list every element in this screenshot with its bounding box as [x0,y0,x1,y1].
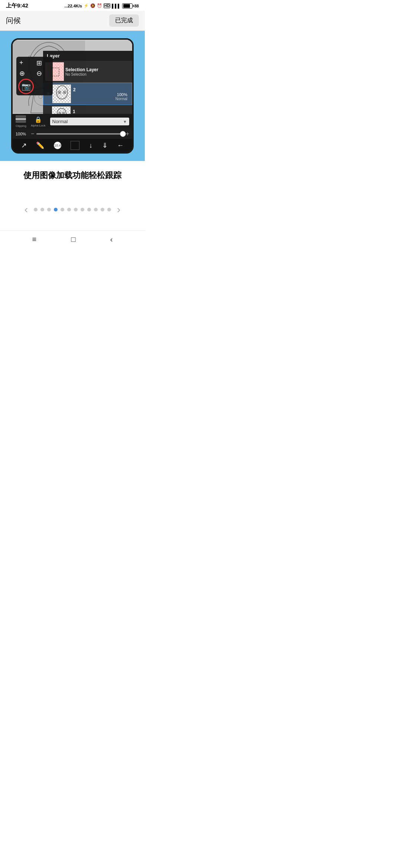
status-right: ...22.4K/s ⚡ 🔕 ⏰ HD ▌▌▌ 88 [64,3,139,9]
layer1-thumbnail [52,106,71,114]
svg-point-16 [64,92,65,93]
layer2-mode: Normal [73,97,127,101]
layer2-row[interactable]: 👁 2 [43,83,132,105]
alarm-icon: ⏰ [97,3,102,8]
double-down-arrow-icon[interactable]: ⇓ [102,141,108,149]
down-arrow-icon[interactable]: ↓ [89,142,92,149]
pagination-dot-1[interactable] [40,208,44,211]
selection-layer-row[interactable]: Selection Layer No Selection [43,61,132,83]
screenshot-container: Layer Sele [0,31,145,161]
layer-order-icon[interactable]: ⊞ [36,59,50,67]
camera-button-container[interactable]: 📷 [19,80,33,93]
layer1-row[interactable]: 👁 [43,105,132,114]
pagination-dot-6[interactable] [74,208,78,211]
mode-label: Normal [52,119,68,124]
main-content: Layer Sele [0,31,145,223]
layer-panel-header: Layer [43,51,132,61]
next-arrow-btn[interactable]: › [114,204,123,216]
layer1-svg [52,107,71,114]
drawing-area: Layer Sele [13,40,132,114]
bottom-tools-bar: Clipping 🔒 Alpha Lock Normal ▼ [13,114,132,129]
battery-icon [122,3,133,9]
network-speed: ...22.4K/s [64,4,82,8]
color-swatch[interactable] [71,141,79,150]
selection-layer-label: Selection Layer [65,67,98,72]
layer2-thumbnail [52,85,71,103]
pagination-dot-2[interactable] [47,208,51,211]
eye-icon-layer1[interactable]: 👁 [45,113,50,114]
pagination-dot-5[interactable] [67,208,71,211]
action-buttons: + ⊞ ⊕ ⊖ 📷 [16,57,53,95]
battery-pct: 88 [134,4,139,8]
clipping-label: Clipping [16,124,26,128]
clipping-tool[interactable]: Clipping [16,115,26,128]
done-button[interactable]: 已完成 [109,14,139,27]
clipping-icon [16,115,26,124]
pagination-dot-4[interactable] [61,208,64,211]
back-nav-btn[interactable]: ‹ [110,235,113,244]
lock-icon: 🔒 [35,116,42,123]
no-selection-label: No Selection [65,72,98,76]
mute-icon: 🔕 [90,3,95,8]
brush-tool-icon[interactable]: ✏️ [36,141,44,149]
pagination-dot-9[interactable] [94,208,98,211]
opacity-value: 100% [16,132,29,136]
back-arrow-icon[interactable]: ← [117,142,124,149]
drawing-toolbar: ↗ ✏️ 10.4 ↓ ⇓ ← [13,139,132,152]
layer1-name: 1 [73,109,128,114]
prev-arrow-btn[interactable]: ‹ [22,204,31,216]
home-nav-btn[interactable]: □ [71,235,75,244]
selection-row-info: Selection Layer No Selection [64,67,100,76]
pagination-dot-10[interactable] [101,208,104,211]
layer2-info: 2 100% Normal [71,87,130,101]
mode-arrow-icon: ▼ [123,119,127,124]
brush-size-value: 10.4 [54,144,61,147]
status-time: 上午9:42 [6,2,28,9]
menu-nav-btn[interactable]: ≡ [32,235,37,244]
pagination-dot-7[interactable] [81,208,84,211]
android-nav: ≡ □ ‹ [0,230,145,248]
pagination-dot-0[interactable] [34,208,38,211]
layer2-opacity: 100% [73,92,127,97]
brush-size-indicator[interactable]: 10.4 [54,142,61,149]
svg-point-15 [59,92,60,93]
opacity-bar: 100% − + [13,129,132,139]
mode-select[interactable]: Normal ▼ [50,118,130,125]
opacity-increase-btn[interactable]: + [126,131,129,137]
caption-area: 使用图像加载功能轻松跟踪 [16,161,129,189]
status-bar: 上午9:42 ...22.4K/s ⚡ 🔕 ⏰ HD ▌▌▌ 88 [0,0,145,11]
pagination-dot-8[interactable] [87,208,91,211]
alpha-lock-tool[interactable]: 🔒 Alpha Lock [31,116,46,127]
layer2-name: 2 [73,87,127,92]
flatten-icon[interactable]: ⊖ [36,69,50,78]
hd-icon: HD [104,3,110,8]
bluetooth-icon: ⚡ [84,3,89,8]
header-title: 问候 [6,16,21,26]
alpha-lock-label: Alpha Lock [31,124,46,127]
pagination-dot-3[interactable] [54,208,58,211]
header: 问候 已完成 [0,11,145,31]
opacity-decrease-btn[interactable]: − [31,131,34,137]
layer2-svg [53,85,71,103]
merge-icon[interactable]: ⊕ [19,69,33,78]
svg-point-20 [59,113,61,114]
opacity-slider[interactable] [36,133,123,135]
signal-icon: ▌▌▌ [112,4,120,8]
pagination-area: ‹ › [0,189,145,223]
phone-mock: Layer Sele [11,38,134,154]
add-layer-icon[interactable]: + [19,59,33,67]
dots-container [34,208,111,211]
layer1-info: 1 100% Normal [71,109,130,114]
svg-point-21 [63,113,64,114]
camera-circle-highlight [18,79,34,94]
transform-tool-icon[interactable]: ↗ [21,141,27,149]
caption-text: 使用图像加载功能轻松跟踪 [23,170,121,181]
layer-panel: Layer Sele [43,51,132,114]
pagination-dot-11[interactable] [107,208,111,211]
drawing-sketch: Layer Sele [13,40,132,114]
